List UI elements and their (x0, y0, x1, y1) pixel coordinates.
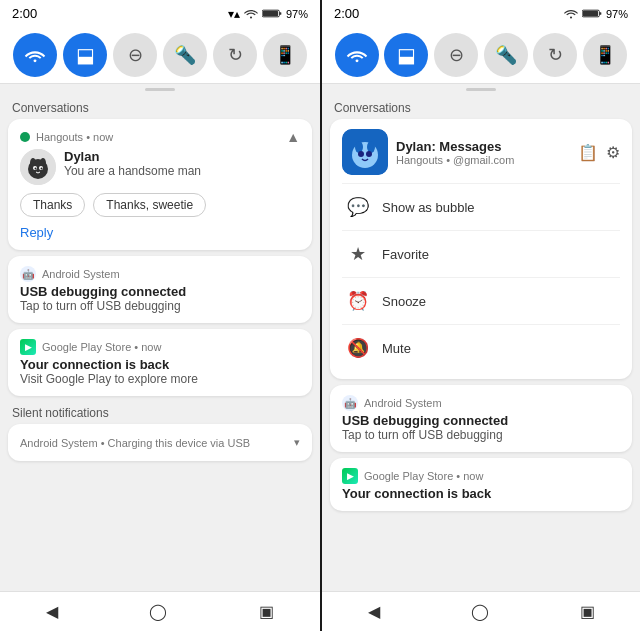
rotation-toggle-right[interactable]: ↻ (533, 33, 577, 77)
hangouts-dot (20, 132, 30, 142)
usb-title-right: USB debugging connected (342, 413, 620, 428)
bluetooth-icon-right: ⬓ (397, 43, 416, 67)
quick-reply-thanks[interactable]: Thanks (20, 193, 85, 217)
flashlight-icon-right: 🔦 (495, 44, 517, 66)
svg-point-11 (35, 168, 37, 170)
exp-sub-text: Hangouts • @gmail.com (396, 154, 514, 166)
wifi-toggle-left[interactable] (13, 33, 57, 77)
snooze-icon: ⏰ (346, 290, 370, 312)
quick-reply-sweetie[interactable]: Thanks, sweetie (93, 193, 206, 217)
favorite-icon: ★ (346, 243, 370, 265)
wifi-signal-right (564, 9, 578, 19)
favorite-label: Favorite (382, 247, 429, 262)
show-bubble-item[interactable]: 💬 Show as bubble (342, 186, 620, 228)
svg-point-12 (41, 168, 43, 170)
android-icon-left: 🤖 (20, 266, 36, 282)
silent-chevron-icon: ▾ (294, 436, 300, 449)
quick-settings-left: ⬓ ⊖ 🔦 ↻ 📱 (0, 25, 320, 84)
svg-point-22 (358, 151, 364, 157)
collapse-icon[interactable]: ▲ (286, 129, 300, 145)
silent-item-text: Android System • Charging this device vi… (20, 437, 250, 449)
exp-avatar (342, 129, 388, 175)
rotation-icon-right: ↻ (548, 44, 563, 66)
quick-settings-right: ⬓ ⊖ 🔦 ↻ 📱 (322, 25, 640, 84)
mute-icon: 🔕 (346, 337, 370, 359)
dnd-toggle-left[interactable]: ⊖ (113, 33, 157, 77)
flashlight-toggle-left[interactable]: 🔦 (163, 33, 207, 77)
recents-button-left[interactable]: ▣ (251, 594, 282, 629)
favorite-item[interactable]: ★ Favorite (342, 233, 620, 275)
conversations-label-left: Conversations (8, 97, 312, 119)
nav-bar-right: ◀ ◯ ▣ (322, 591, 640, 631)
settings-icon[interactable]: ⚙ (606, 143, 620, 162)
wifi-toggle-right[interactable] (335, 33, 379, 77)
dnd-icon-left: ⊖ (128, 44, 143, 66)
playstore-title-right: Your connection is back (342, 486, 620, 501)
avatar-image (20, 149, 56, 185)
playstore-icon-left: ▶ (20, 339, 36, 355)
home-button-right[interactable]: ◯ (463, 594, 497, 629)
hangouts-notification[interactable]: Hangouts • now ▲ (8, 119, 312, 250)
silent-section-left: Android System • Charging this device vi… (8, 424, 312, 461)
dnd-icon-right: ⊖ (449, 44, 464, 66)
nav-bar-left: ◀ ◯ ▣ (0, 591, 320, 631)
wifi-qs-icon-left (24, 47, 46, 63)
rotation-toggle-left[interactable]: ↻ (213, 33, 257, 77)
screenshot-icon[interactable]: 📋 (578, 143, 598, 162)
show-bubble-label: Show as bubble (382, 200, 475, 215)
playstore-icon-right: ▶ (342, 468, 358, 484)
mobile-toggle-right[interactable]: 📱 (583, 33, 627, 77)
battery-icon-left (262, 8, 282, 19)
battery-left: 97% (286, 8, 308, 20)
sender-avatar (20, 149, 56, 185)
svg-rect-15 (599, 12, 601, 15)
back-button-left[interactable]: ◀ (38, 594, 66, 629)
svg-point-17 (355, 59, 358, 62)
system-app-label-left: Android System (42, 268, 120, 280)
usb-title-left: USB debugging connected (20, 284, 300, 299)
battery-icon-right (582, 8, 602, 19)
android-icon-right: 🤖 (342, 395, 358, 411)
snooze-item[interactable]: ⏰ Snooze (342, 280, 620, 322)
left-panel: 2:00 ▾▴ 97% ⬓ (0, 0, 320, 631)
back-button-right[interactable]: ◀ (360, 594, 388, 629)
bubble-icon: 💬 (346, 196, 370, 218)
usb-body-right: Tap to turn off USB debugging (342, 428, 620, 442)
message-text: You are a handsome man (64, 164, 201, 178)
home-button-left[interactable]: ◯ (141, 594, 175, 629)
usb-notification-right[interactable]: 🤖 Android System USB debugging connected… (330, 385, 632, 452)
wifi-signal-left (244, 9, 258, 19)
reply-link[interactable]: Reply (20, 225, 300, 240)
svg-rect-2 (279, 12, 281, 15)
expanded-notification[interactable]: Dylan: Messages Hangouts • @gmail.com 📋 … (330, 119, 632, 379)
time-left: 2:00 (12, 6, 37, 21)
silent-label-left: Silent notifications (8, 402, 312, 424)
usb-body-left: Tap to turn off USB debugging (20, 299, 300, 313)
usb-notification-left[interactable]: 🤖 Android System USB debugging connected… (8, 256, 312, 323)
svg-point-23 (366, 151, 372, 157)
drag-handle-right (466, 88, 496, 91)
playstore-body-left: Visit Google Play to explore more (20, 372, 300, 386)
playstore-notification-right[interactable]: ▶ Google Play Store • now Your connectio… (330, 458, 632, 511)
wifi-qs-icon-right (346, 47, 368, 63)
bluetooth-toggle-right[interactable]: ⬓ (384, 33, 428, 77)
flashlight-toggle-right[interactable]: 🔦 (484, 33, 528, 77)
wifi-icon-left: ▾▴ (228, 7, 240, 21)
right-panel: 2:00 97% ⬓ ⊖ (320, 0, 640, 631)
status-bar-left: 2:00 ▾▴ 97% (0, 0, 320, 25)
bluetooth-icon-left: ⬓ (76, 43, 95, 67)
snooze-label: Snooze (382, 294, 426, 309)
menu-divider-2 (342, 230, 620, 231)
exp-avatar-image (342, 129, 388, 175)
status-bar-right: 2:00 97% (322, 0, 640, 25)
playstore-notification-left[interactable]: ▶ Google Play Store • now Your connectio… (8, 329, 312, 396)
mute-item[interactable]: 🔕 Mute (342, 327, 620, 369)
dnd-toggle-right[interactable]: ⊖ (434, 33, 478, 77)
mobile-toggle-left[interactable]: 📱 (263, 33, 307, 77)
menu-divider-1 (342, 183, 620, 184)
conversations-label-right: Conversations (330, 97, 632, 119)
mobile-icon-right: 📱 (594, 44, 616, 66)
rotation-icon-left: ↻ (228, 44, 243, 66)
bluetooth-toggle-left[interactable]: ⬓ (63, 33, 107, 77)
recents-button-right[interactable]: ▣ (572, 594, 603, 629)
